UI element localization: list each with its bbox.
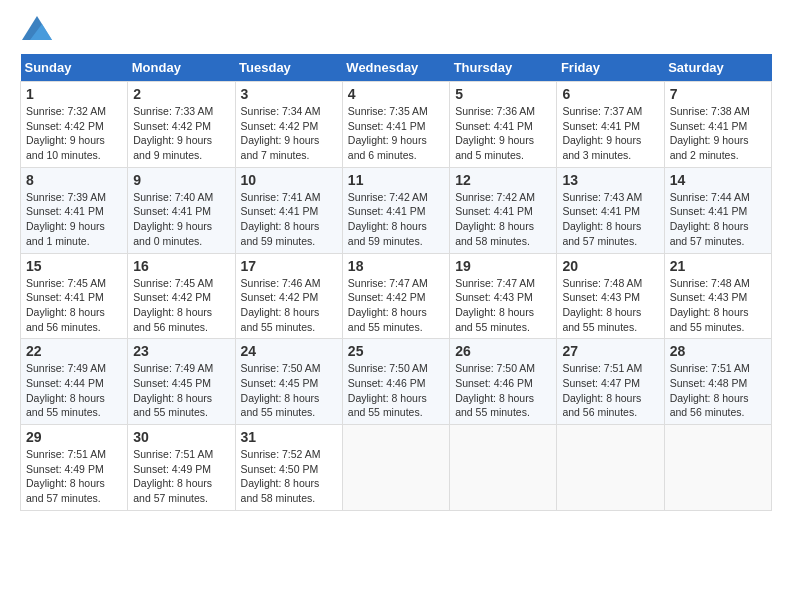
- calendar-day-15: 15 Sunrise: 7:45 AM Sunset: 4:41 PM Dayl…: [21, 253, 128, 339]
- day-number: 16: [133, 258, 229, 274]
- logo-icon: [22, 16, 52, 40]
- day-content: Sunrise: 7:49 AM Sunset: 4:45 PM Dayligh…: [133, 361, 229, 420]
- calendar-week-2: 8 Sunrise: 7:39 AM Sunset: 4:41 PM Dayli…: [21, 167, 772, 253]
- calendar-header-thursday: Thursday: [450, 54, 557, 82]
- day-number: 30: [133, 429, 229, 445]
- calendar-day-4: 4 Sunrise: 7:35 AM Sunset: 4:41 PM Dayli…: [342, 82, 449, 168]
- calendar-empty-cell: [450, 425, 557, 511]
- day-number: 9: [133, 172, 229, 188]
- day-content: Sunrise: 7:39 AM Sunset: 4:41 PM Dayligh…: [26, 190, 122, 249]
- day-number: 4: [348, 86, 444, 102]
- day-content: Sunrise: 7:49 AM Sunset: 4:44 PM Dayligh…: [26, 361, 122, 420]
- calendar-day-13: 13 Sunrise: 7:43 AM Sunset: 4:41 PM Dayl…: [557, 167, 664, 253]
- calendar-day-16: 16 Sunrise: 7:45 AM Sunset: 4:42 PM Dayl…: [128, 253, 235, 339]
- calendar-day-26: 26 Sunrise: 7:50 AM Sunset: 4:46 PM Dayl…: [450, 339, 557, 425]
- day-number: 15: [26, 258, 122, 274]
- calendar-day-24: 24 Sunrise: 7:50 AM Sunset: 4:45 PM Dayl…: [235, 339, 342, 425]
- calendar-day-20: 20 Sunrise: 7:48 AM Sunset: 4:43 PM Dayl…: [557, 253, 664, 339]
- day-content: Sunrise: 7:51 AM Sunset: 4:47 PM Dayligh…: [562, 361, 658, 420]
- day-content: Sunrise: 7:40 AM Sunset: 4:41 PM Dayligh…: [133, 190, 229, 249]
- calendar-day-31: 31 Sunrise: 7:52 AM Sunset: 4:50 PM Dayl…: [235, 425, 342, 511]
- day-content: Sunrise: 7:46 AM Sunset: 4:42 PM Dayligh…: [241, 276, 337, 335]
- day-number: 20: [562, 258, 658, 274]
- calendar-day-10: 10 Sunrise: 7:41 AM Sunset: 4:41 PM Dayl…: [235, 167, 342, 253]
- day-number: 17: [241, 258, 337, 274]
- day-content: Sunrise: 7:34 AM Sunset: 4:42 PM Dayligh…: [241, 104, 337, 163]
- day-content: Sunrise: 7:51 AM Sunset: 4:48 PM Dayligh…: [670, 361, 766, 420]
- day-number: 18: [348, 258, 444, 274]
- calendar-day-7: 7 Sunrise: 7:38 AM Sunset: 4:41 PM Dayli…: [664, 82, 771, 168]
- day-content: Sunrise: 7:48 AM Sunset: 4:43 PM Dayligh…: [562, 276, 658, 335]
- day-number: 1: [26, 86, 122, 102]
- page-header: [20, 16, 772, 44]
- calendar-week-4: 22 Sunrise: 7:49 AM Sunset: 4:44 PM Dayl…: [21, 339, 772, 425]
- day-content: Sunrise: 7:33 AM Sunset: 4:42 PM Dayligh…: [133, 104, 229, 163]
- day-number: 19: [455, 258, 551, 274]
- logo-text: [20, 16, 52, 44]
- day-content: Sunrise: 7:32 AM Sunset: 4:42 PM Dayligh…: [26, 104, 122, 163]
- calendar-day-28: 28 Sunrise: 7:51 AM Sunset: 4:48 PM Dayl…: [664, 339, 771, 425]
- calendar-day-27: 27 Sunrise: 7:51 AM Sunset: 4:47 PM Dayl…: [557, 339, 664, 425]
- day-number: 31: [241, 429, 337, 445]
- calendar-header-saturday: Saturday: [664, 54, 771, 82]
- day-content: Sunrise: 7:47 AM Sunset: 4:43 PM Dayligh…: [455, 276, 551, 335]
- day-number: 11: [348, 172, 444, 188]
- day-content: Sunrise: 7:43 AM Sunset: 4:41 PM Dayligh…: [562, 190, 658, 249]
- day-number: 7: [670, 86, 766, 102]
- calendar-day-21: 21 Sunrise: 7:48 AM Sunset: 4:43 PM Dayl…: [664, 253, 771, 339]
- day-number: 24: [241, 343, 337, 359]
- calendar-day-22: 22 Sunrise: 7:49 AM Sunset: 4:44 PM Dayl…: [21, 339, 128, 425]
- calendar-day-3: 3 Sunrise: 7:34 AM Sunset: 4:42 PM Dayli…: [235, 82, 342, 168]
- day-content: Sunrise: 7:44 AM Sunset: 4:41 PM Dayligh…: [670, 190, 766, 249]
- calendar-day-14: 14 Sunrise: 7:44 AM Sunset: 4:41 PM Dayl…: [664, 167, 771, 253]
- day-number: 25: [348, 343, 444, 359]
- calendar-day-2: 2 Sunrise: 7:33 AM Sunset: 4:42 PM Dayli…: [128, 82, 235, 168]
- calendar-empty-cell: [342, 425, 449, 511]
- calendar-day-30: 30 Sunrise: 7:51 AM Sunset: 4:49 PM Dayl…: [128, 425, 235, 511]
- calendar-header-wednesday: Wednesday: [342, 54, 449, 82]
- calendar-header-sunday: Sunday: [21, 54, 128, 82]
- day-content: Sunrise: 7:45 AM Sunset: 4:41 PM Dayligh…: [26, 276, 122, 335]
- calendar-day-11: 11 Sunrise: 7:42 AM Sunset: 4:41 PM Dayl…: [342, 167, 449, 253]
- day-number: 3: [241, 86, 337, 102]
- day-number: 29: [26, 429, 122, 445]
- day-content: Sunrise: 7:42 AM Sunset: 4:41 PM Dayligh…: [348, 190, 444, 249]
- day-content: Sunrise: 7:45 AM Sunset: 4:42 PM Dayligh…: [133, 276, 229, 335]
- day-number: 2: [133, 86, 229, 102]
- calendar-day-9: 9 Sunrise: 7:40 AM Sunset: 4:41 PM Dayli…: [128, 167, 235, 253]
- day-number: 10: [241, 172, 337, 188]
- calendar-day-8: 8 Sunrise: 7:39 AM Sunset: 4:41 PM Dayli…: [21, 167, 128, 253]
- day-number: 13: [562, 172, 658, 188]
- calendar-header-row: SundayMondayTuesdayWednesdayThursdayFrid…: [21, 54, 772, 82]
- day-number: 5: [455, 86, 551, 102]
- calendar-day-19: 19 Sunrise: 7:47 AM Sunset: 4:43 PM Dayl…: [450, 253, 557, 339]
- day-content: Sunrise: 7:41 AM Sunset: 4:41 PM Dayligh…: [241, 190, 337, 249]
- calendar-day-17: 17 Sunrise: 7:46 AM Sunset: 4:42 PM Dayl…: [235, 253, 342, 339]
- day-content: Sunrise: 7:38 AM Sunset: 4:41 PM Dayligh…: [670, 104, 766, 163]
- day-content: Sunrise: 7:47 AM Sunset: 4:42 PM Dayligh…: [348, 276, 444, 335]
- calendar-header-friday: Friday: [557, 54, 664, 82]
- calendar-day-18: 18 Sunrise: 7:47 AM Sunset: 4:42 PM Dayl…: [342, 253, 449, 339]
- calendar-day-5: 5 Sunrise: 7:36 AM Sunset: 4:41 PM Dayli…: [450, 82, 557, 168]
- calendar-day-29: 29 Sunrise: 7:51 AM Sunset: 4:49 PM Dayl…: [21, 425, 128, 511]
- day-number: 28: [670, 343, 766, 359]
- calendar-week-1: 1 Sunrise: 7:32 AM Sunset: 4:42 PM Dayli…: [21, 82, 772, 168]
- calendar-day-1: 1 Sunrise: 7:32 AM Sunset: 4:42 PM Dayli…: [21, 82, 128, 168]
- calendar-empty-cell: [664, 425, 771, 511]
- day-number: 26: [455, 343, 551, 359]
- calendar-day-25: 25 Sunrise: 7:50 AM Sunset: 4:46 PM Dayl…: [342, 339, 449, 425]
- day-number: 22: [26, 343, 122, 359]
- day-content: Sunrise: 7:51 AM Sunset: 4:49 PM Dayligh…: [26, 447, 122, 506]
- day-content: Sunrise: 7:36 AM Sunset: 4:41 PM Dayligh…: [455, 104, 551, 163]
- calendar-week-5: 29 Sunrise: 7:51 AM Sunset: 4:49 PM Dayl…: [21, 425, 772, 511]
- day-content: Sunrise: 7:50 AM Sunset: 4:46 PM Dayligh…: [455, 361, 551, 420]
- day-content: Sunrise: 7:48 AM Sunset: 4:43 PM Dayligh…: [670, 276, 766, 335]
- day-number: 8: [26, 172, 122, 188]
- day-number: 27: [562, 343, 658, 359]
- day-number: 21: [670, 258, 766, 274]
- logo: [20, 16, 52, 44]
- day-content: Sunrise: 7:51 AM Sunset: 4:49 PM Dayligh…: [133, 447, 229, 506]
- calendar-day-23: 23 Sunrise: 7:49 AM Sunset: 4:45 PM Dayl…: [128, 339, 235, 425]
- day-content: Sunrise: 7:50 AM Sunset: 4:45 PM Dayligh…: [241, 361, 337, 420]
- calendar-day-6: 6 Sunrise: 7:37 AM Sunset: 4:41 PM Dayli…: [557, 82, 664, 168]
